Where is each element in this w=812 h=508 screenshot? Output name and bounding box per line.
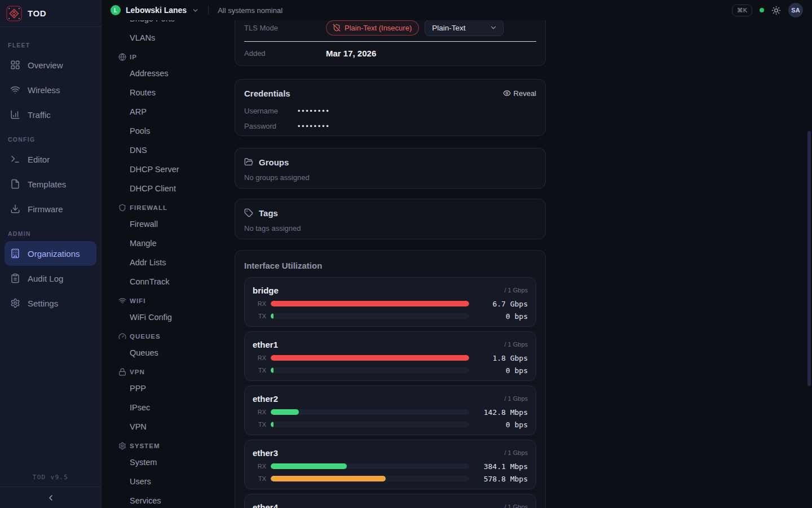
subnav-item-conntrack[interactable]: ConnTrack [130,272,235,291]
added-row: Added Mar 17, 2026 [244,42,536,64]
subnav-item-addr-lists[interactable]: Addr Lists [130,253,235,272]
interface-capacity: / 1 Gbps [504,287,528,294]
groups-card: Groups No groups assigned [235,148,546,189]
subnav-item-dhcp-client[interactable]: DHCP Client [130,179,235,198]
subnav-item-mangle[interactable]: Mangle [130,234,235,253]
subnav-item-system[interactable]: System [130,453,235,472]
subnav-item-ipsec[interactable]: IPsec [130,398,235,417]
collapse-sidebar-button[interactable] [44,491,58,505]
interface-capacity: / 1 Gbps [504,395,528,402]
subnav-item-ppp[interactable]: PPP [130,379,235,398]
sidebar-item-traffic[interactable]: Traffic [5,102,96,127]
subnav-item-dhcp-server[interactable]: DHCP Server [130,160,235,179]
groups-title: Groups [259,157,289,167]
subnav-item-arp[interactable]: ARP [130,102,235,121]
subnav-section-label: QUEUES [130,333,161,340]
tags-card: Tags No tags assigned [235,199,546,239]
wifi-icon [118,297,126,305]
subnav-item-users[interactable]: Users [130,472,235,491]
sidebar-item-settings[interactable]: Settings [5,291,96,316]
interface-rx-bar-track [271,463,469,469]
tag-icon [244,208,253,217]
interface-rx-row: RX6.7 Gbps [253,298,528,309]
interface-tx-value: 0 bps [474,312,528,321]
subnav-item-routes[interactable]: Routes [130,83,235,102]
sidebar-item-label: Editor [28,155,50,164]
sidebar-item-wireless[interactable]: Wireless [5,77,96,102]
brand-header: TOD [0,0,101,27]
globe-icon [118,53,126,61]
interface-name: ether4 [253,502,278,508]
interface-card-ether2: ether2/ 1 GbpsRX142.8 MbpsTX0 bps [244,386,536,435]
subnav-item-vlans[interactable]: VLANs [130,28,235,47]
interface-rx-label: RX [253,409,266,415]
interface-rx-label: RX [253,463,266,470]
tls-mode-select[interactable]: Plain-Text [425,20,504,36]
interface-tx-label: TX [253,367,266,374]
interface-tx-bar-track [271,422,469,427]
credentials-card: Credentials Reveal Username••••••••Passw… [235,79,546,136]
interface-capacity: / 1 Gbps [504,449,528,456]
health-status-dot [760,8,764,12]
sidebar-item-label: Organizations [28,249,80,259]
groups-header: Groups [244,155,536,169]
interface-tx-label: TX [253,313,266,319]
subnav-item-dns[interactable]: DNS [130,141,235,160]
tags-empty-text: No tags assigned [244,224,536,233]
theme-toggle-button[interactable] [771,6,781,15]
interface-capacity: / 1 Gbps [504,503,528,508]
sidebar-item-templates[interactable]: Templates [5,172,96,196]
chevron-left-icon [46,493,55,502]
sidebar-item-label: Overview [28,60,63,70]
subnav-item-vpn[interactable]: VPN [130,417,235,436]
credential-masked-value: •••••••• [298,107,330,115]
utilization-title: Interface Utilization [244,259,536,272]
interface-rx-row: RX1.8 Gbps [253,352,528,364]
gauge-icon [118,332,126,340]
subnav-section-firewall: FIREWALL [118,201,235,214]
interface-card-ether1: ether1/ 1 GbpsRX1.8 GbpsTX0 bps [244,331,536,381]
interface-tx-value: 0 bps [474,366,528,375]
interface-rx-value: 142.8 Mbps [474,408,528,417]
org-avatar: L [111,5,121,15]
credential-label: Password [244,122,298,130]
subnav-item-pools[interactable]: Pools [130,121,235,141]
interface-tx-bar-fill [271,367,273,373]
app-root: TOD FLEETOverviewWirelessTrafficCONFIGEd… [0,0,812,508]
command-palette-shortcut[interactable]: ⌘K [732,5,752,16]
lock-icon [118,368,126,376]
sidebar-item-label: Templates [28,179,66,189]
subnav-section-label: SYSTEM [130,443,160,449]
interface-tx-label: TX [253,421,266,428]
subnav-section-vpn: VPN [118,365,235,379]
sidebar-item-organizations[interactable]: Organizations [5,241,96,266]
sidebar-item-label: Firmware [28,204,63,214]
grid-icon [10,60,20,70]
gear-icon [118,442,126,450]
subnav-item-firewall[interactable]: Firewall [130,214,235,234]
collapse-row [0,487,101,508]
page-scrollbar[interactable] [807,131,811,386]
subnav-item-wifi-config[interactable]: WiFi Config [130,308,235,327]
subnav-item-queues[interactable]: Queues [130,343,235,362]
building-icon [10,248,20,259]
tls-insecure-badge: Plain-Text (Insecure) [326,20,419,36]
interface-card-bridge: bridge/ 1 GbpsRX6.7 GbpsTX0 bps [244,277,536,327]
interface-tx-bar-fill [271,422,273,427]
interface-rx-value: 1.8 Gbps [474,354,528,362]
sidebar-item-firmware[interactable]: Firmware [5,196,96,221]
sidebar-item-audit-log[interactable]: Audit Log [5,266,96,291]
shield-off-icon [333,24,341,32]
download-icon [10,204,20,214]
reveal-credentials-button[interactable]: Reveal [503,89,536,98]
sidebar-item-label: Traffic [28,110,51,120]
reveal-label: Reveal [514,89,536,98]
org-switcher[interactable]: L Lebowski Lanes [111,5,199,15]
user-avatar[interactable]: SA [788,3,803,17]
tod-logo-icon [6,6,22,21]
sidebar-item-editor[interactable]: Editor [5,147,96,172]
subnav-item-services[interactable]: Services [130,491,235,508]
subnav-item-addresses[interactable]: Addresses [130,64,235,83]
topbar-right: ⌘K SA [732,3,803,17]
sidebar-item-overview[interactable]: Overview [5,52,96,77]
